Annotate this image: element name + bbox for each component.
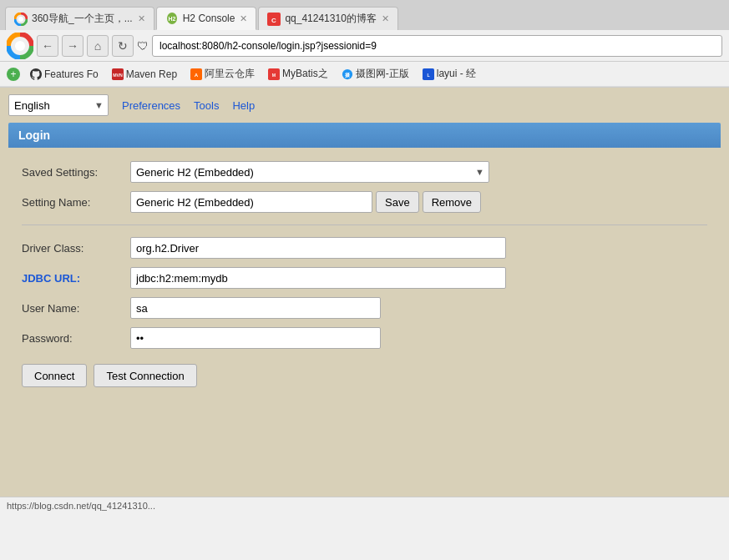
saved-settings-select[interactable]: Generic H2 (Embedded) Generic H2 (Server… (130, 161, 489, 183)
bookmark-sheying[interactable]: 摄 摄图网-正版 (338, 65, 413, 83)
saved-settings-select-wrapper[interactable]: Generic H2 (Embedded) Generic H2 (Server… (130, 161, 489, 183)
add-bookmark-icon[interactable]: + (7, 68, 20, 81)
login-title: Login (18, 129, 50, 142)
setting-name-label: Setting Name: (22, 196, 130, 209)
password-label: Password: (22, 332, 130, 345)
user-name-row: User Name: (8, 297, 721, 319)
bookmark-aliyun[interactable]: A 阿里云仓库 (187, 65, 258, 83)
bookmark-aliyun-label: 阿里云仓库 (205, 67, 255, 81)
layui-icon: L (423, 68, 434, 80)
tab-360-title: 360导航_一个主页，... (32, 12, 133, 26)
aliyun-icon: A (190, 68, 202, 80)
h2-menu: English ▼ Preferences Tools Help (0, 88, 729, 123)
help-link[interactable]: Help (232, 99, 255, 112)
tab-h2-title: H2 Console (183, 13, 235, 24)
login-header: Login (8, 123, 721, 148)
bookmark-mybatis[interactable]: M MyBatis之 (265, 65, 332, 83)
bookmark-layui-label: layui - 经 (437, 67, 476, 81)
bookmark-maven-label: Maven Rep (126, 68, 177, 80)
test-connection-button[interactable]: Test Connection (94, 364, 196, 387)
login-box: Login Saved Settings: Generic H2 (Embedd… (8, 123, 721, 407)
connect-button[interactable]: Connect (22, 364, 87, 387)
user-name-label: User Name: (22, 302, 130, 315)
status-bar: https://blog.csdn.net/qq_41241310... (0, 497, 729, 513)
browser-logo (7, 33, 33, 59)
maven-icon: MVN (112, 68, 124, 80)
svg-text:A: A (195, 71, 199, 77)
tab-qq-icon: C (267, 13, 281, 26)
setting-name-input[interactable] (130, 191, 372, 213)
remove-button[interactable]: Remove (423, 191, 481, 213)
driver-class-row: Driver Class: (8, 237, 721, 259)
svg-point-1 (18, 17, 23, 22)
security-icon: 🛡 (137, 39, 149, 53)
language-select[interactable]: English (8, 94, 109, 116)
svg-text:C: C (272, 17, 277, 24)
driver-class-label: Driver Class: (22, 242, 130, 255)
svg-text:MVN: MVN (113, 72, 123, 77)
language-select-wrapper[interactable]: English ▼ (8, 94, 109, 116)
tab-bar: 360导航_一个主页，... ✕ H2 H2 Console ✕ C qq_ (0, 0, 729, 30)
refresh-button[interactable]: ↻ (112, 35, 134, 57)
jdbc-url-input[interactable] (130, 267, 506, 289)
saved-settings-label: Saved Settings: (22, 166, 130, 179)
browser-chrome: 360导航_一个主页，... ✕ H2 H2 Console ✕ C qq_ (0, 0, 729, 88)
password-row: Password: (8, 327, 721, 349)
bookmark-mybatis-label: MyBatis之 (282, 67, 328, 81)
bookmark-layui[interactable]: L layui - 经 (419, 65, 479, 83)
url-bar[interactable] (152, 35, 722, 57)
github-icon (30, 68, 42, 80)
bookmark-sheying-label: 摄图网-正版 (356, 67, 409, 81)
divider (22, 225, 707, 225)
nav-bar: ← → ⌂ ↻ 🛡 (0, 30, 729, 62)
svg-point-7 (15, 41, 25, 51)
login-body: Saved Settings: Generic H2 (Embedded) Ge… (8, 148, 721, 407)
status-text: https://blog.csdn.net/qq_41241310... (7, 501, 155, 511)
tab-360-icon (14, 13, 28, 26)
svg-text:H2: H2 (168, 16, 175, 22)
mybatis-icon: M (268, 68, 280, 80)
forward-button[interactable]: → (62, 35, 84, 57)
driver-class-input[interactable] (130, 237, 506, 259)
tab-h2-close[interactable]: ✕ (240, 13, 247, 24)
back-button[interactable]: ← (37, 35, 58, 57)
bookmark-github-label: Features Fo (44, 68, 99, 80)
jdbc-url-row: JDBC URL: (8, 267, 721, 289)
button-row: Connect Test Connection (8, 357, 721, 394)
tab-qq[interactable]: C qq_41241310的博客 ✕ (258, 7, 397, 30)
setting-name-row: Setting Name: Save Remove (8, 191, 721, 213)
password-input[interactable] (130, 327, 381, 349)
tab-qq-title: qq_41241310的博客 (285, 12, 376, 26)
tab-360[interactable]: 360导航_一个主页，... ✕ (5, 7, 154, 30)
bookmark-github[interactable]: Features Fo (27, 67, 102, 82)
bookmark-maven[interactable]: MVN Maven Rep (109, 67, 180, 82)
save-button[interactable]: Save (376, 191, 419, 213)
svg-text:摄: 摄 (344, 71, 351, 77)
tab-h2-icon: H2 (165, 12, 179, 25)
saved-settings-row: Saved Settings: Generic H2 (Embedded) Ge… (8, 161, 721, 183)
home-button[interactable]: ⌂ (87, 35, 109, 57)
bookmarks-bar: + Features Fo MVN Maven Rep A 阿里云仓库 (0, 62, 729, 87)
tools-link[interactable]: Tools (194, 99, 219, 112)
tab-360-close[interactable]: ✕ (138, 13, 145, 24)
page-content: English ▼ Preferences Tools Help Login S… (0, 88, 729, 497)
svg-text:M: M (272, 72, 276, 77)
jdbc-url-label: JDBC URL: (22, 272, 130, 285)
preferences-link[interactable]: Preferences (122, 99, 180, 112)
tab-h2[interactable]: H2 H2 Console ✕ (156, 7, 257, 30)
user-name-input[interactable] (130, 297, 381, 319)
tab-qq-close[interactable]: ✕ (382, 13, 389, 24)
sheying-icon: 摄 (342, 68, 353, 80)
